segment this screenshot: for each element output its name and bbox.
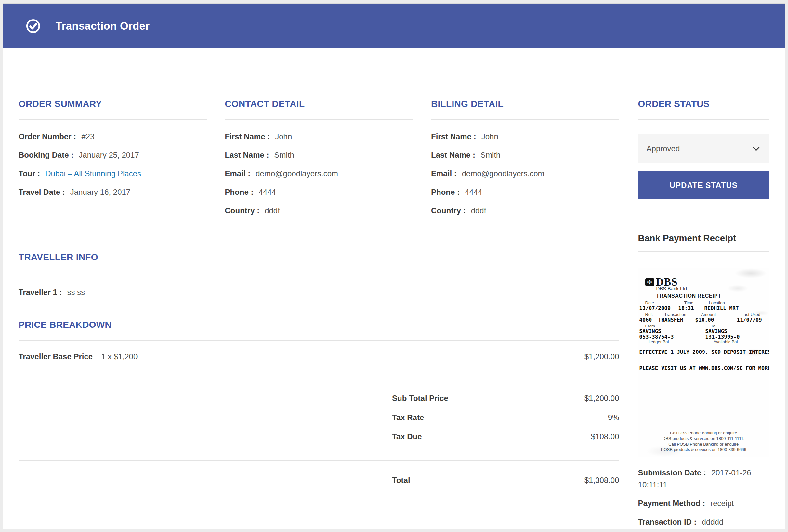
receipt-location: REDHILL MRT [705,305,739,311]
top-sections: ORDER SUMMARY Order Number :#23 Booking … [19,99,619,223]
field-label: Tour : [19,169,40,178]
dbs-logo-icon: ✣ [645,278,654,287]
field-row: Order Number :#23 [19,131,207,143]
field-label: Last Name : [431,151,475,159]
total-row: Total $1,308.00 [19,461,619,496]
receipt-transaction-label: Transaction [665,312,686,317]
field-value: #23 [81,132,94,141]
traveller-info-fields: Traveller 1 :ss ss [19,286,619,298]
transaction-order-card: Transaction Order ORDER SUMMARY Order Nu… [3,3,785,529]
receipt-from-number: 053-38754-3 [639,334,674,340]
divider [19,273,619,273]
field-row: Booking Date :January 25, 2017 [19,149,207,161]
divider [225,119,413,120]
field-value: January 25, 2017 [79,151,139,159]
receipt-notice-2: PLEASE VISIT US AT WWW.DBS.COM/SG FOR MO… [639,365,753,371]
totals-value: $1,200.00 [585,392,619,405]
totals-row: Tax Due $108.00 [19,431,619,443]
field-row: Travel Date :January 16, 2017 [19,186,207,198]
chevron-down-icon [752,144,761,153]
field-value: 4444 [465,188,482,196]
field-row: Last Name :Smith [431,149,619,161]
receipt-to-label: To [711,323,715,329]
field-row: Last Name :Smith [225,149,413,161]
field-label: Phone : [431,188,460,196]
totals-row: Sub Total Price $1,200.00 [19,392,619,405]
field-row: Traveller 1 :ss ss [19,286,619,298]
receipt-available-label: Available Bal [713,339,738,344]
field-row: Country :dddf [431,204,619,217]
totals-label: Sub Total Price [392,392,448,405]
receipt-to-number: 131-13995-0 [705,334,740,340]
field-label: Submission Date : [638,468,706,477]
field-value: January 16, 2017 [70,188,130,196]
receipt-time: 18:31 [678,305,694,311]
field-value: Smith [274,151,294,159]
page-title: Transaction Order [56,20,150,32]
field-label: Email : [225,169,251,178]
field-value: 4444 [259,188,276,196]
order-status-select[interactable]: Approved [638,134,769,163]
price-breakdown-heading: PRICE BREAKDOWN [19,319,619,330]
receipt-footer-line: Call DBS Phone Banking or enquire [638,430,769,436]
receipt-footer-line: Call POSB Phone Banking or enquire [638,441,769,447]
selected-status: Approved [647,144,680,153]
field-row: Email :demo@goodlayers.com [225,168,413,180]
bank-payment-receipt-heading: Bank Payment Receipt [638,233,769,243]
totals-row: Tax Rate 9% [19,411,619,424]
field-label: Country : [431,206,466,215]
field-label: First Name : [225,132,270,141]
section-billing-detail: BILLING DETAIL First Name :John Last Nam… [431,99,619,223]
field-value: receipt [710,499,734,508]
receipt-ref-label: Ref. [645,312,653,317]
field-value: ss ss [67,288,85,297]
field-value: dddf [471,206,486,215]
receipt-image[interactable]: ✣ DBS DBS Bank Ltd TRANSACTION RECEIPT D… [638,268,769,457]
field-label: Travel Date : [19,188,65,196]
traveller-info-heading: TRAVELLER INFO [19,252,619,263]
main-column: ORDER SUMMARY Order Number :#23 Booking … [19,48,619,529]
line-item-amount: $1,200.00 [585,351,619,363]
field-row: Phone :4444 [431,186,619,198]
field-label: Transaction ID : [638,517,697,526]
field-value: John [275,132,292,141]
field-row: Phone :4444 [225,186,413,198]
check-circle-icon [26,19,41,34]
field-value: dddf [264,206,280,215]
divider [638,119,769,120]
divider [638,251,769,252]
field-label: Last Name : [225,151,269,159]
receipt-time-label: Time [684,300,693,306]
header-bar: Transaction Order [3,4,785,48]
receipt-location-label: Location [709,300,725,306]
section-order-summary: ORDER SUMMARY Order Number :#23 Booking … [19,99,207,223]
field-value: Dubai – All Stunning Places [45,169,141,178]
field-value: demo@goodlayers.com [462,169,545,178]
line-item-detail: 1 x $1,200 [101,351,138,363]
divider [19,119,207,120]
field-row: Tour :Dubai – All Stunning Places [19,168,207,180]
receipt-ledger-label: Ledger Bal [649,339,669,344]
field-label: Order Number : [19,132,76,141]
field-row: Submission Date :2017-01-26 10:11:11 [638,467,769,491]
receipt-bank-name: DBS Bank Ltd [656,286,687,291]
receipt-amount-label: Amount [701,312,716,317]
totals-value: 9% [608,411,619,424]
receipt-ref: 4060 [639,317,652,323]
receipt-notice-1: EFFECTIVE 1 JULY 2009, SGD DEPOSIT INTER… [639,349,753,355]
update-status-button[interactable]: UPDATE STATUS [638,171,769,199]
line-item-row: Traveller Base Price 1 x $1,200 $1,200.0… [19,341,619,375]
sidebar: ORDER STATUS Approved UPDATE STATUS Bank… [638,48,769,529]
field-row: First Name :John [431,131,619,143]
field-label: Booking Date : [19,151,74,159]
field-label: Payment Method : [638,499,705,508]
total-value: $1,308.00 [585,474,619,487]
field-label: Email : [431,169,457,178]
billing-detail-fields: First Name :John Last Name :Smith Email … [431,131,619,217]
order-summary-fields: Order Number :#23 Booking Date :January … [19,131,207,198]
field-value: demo@goodlayers.com [256,169,338,178]
order-summary-heading: ORDER SUMMARY [19,99,207,110]
receipt-footer-line: POSB products & services on 1800-339-666… [638,447,769,452]
receipt-transaction: TRANSFER [658,317,683,323]
receipt-last-used: 11/07/09 [737,317,762,323]
